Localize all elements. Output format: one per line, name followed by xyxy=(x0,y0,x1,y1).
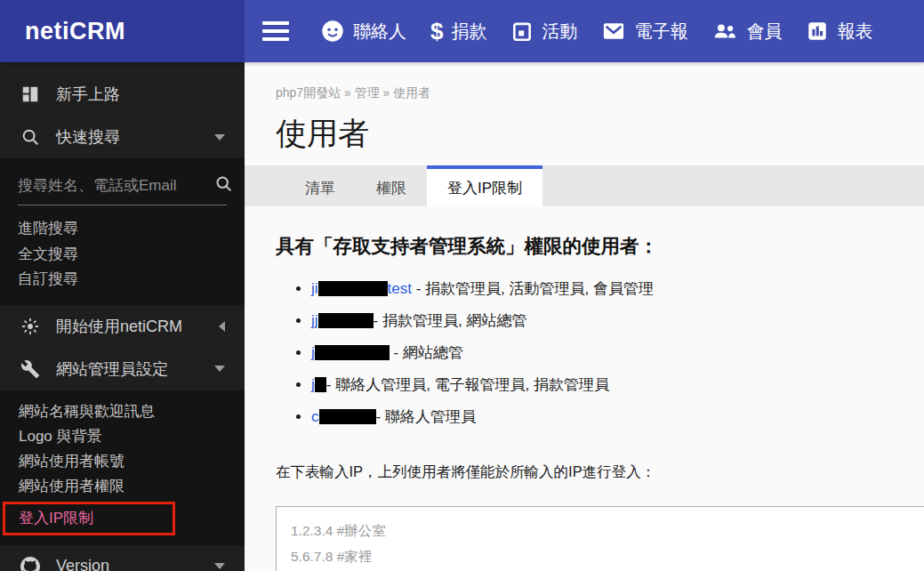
section-heading: 具有「存取支持者管理系統」權限的使用者： xyxy=(276,233,893,259)
nav-item-members[interactable]: 會員 xyxy=(711,19,782,44)
sidebar-item-label: 新手上路 xyxy=(56,84,120,105)
list-item: jitest - 捐款管理員, 活動管理員, 會員管理 xyxy=(311,278,893,299)
sidebar-item-version[interactable]: Version xyxy=(0,545,245,571)
sidebar-item-quick-search[interactable]: 快速搜尋 xyxy=(0,116,245,158)
tab-permissions[interactable]: 權限 xyxy=(356,165,427,206)
ip-restriction-textarea[interactable]: 1.2.3.4 #辦公室 5.6.7.8 #家裡 xyxy=(276,506,924,571)
nav-label: 電子報 xyxy=(634,20,687,44)
ip-line: 5.6.7.8 #家裡 xyxy=(291,544,924,570)
redacted-text xyxy=(318,281,388,296)
admin-settings-panel: 網站名稱與歡迎訊息 Logo 與背景 網站使用者帳號 網站使用者權限 登入IP限… xyxy=(0,390,245,545)
bar-chart-icon xyxy=(806,20,829,43)
nav-label: 活動 xyxy=(542,20,577,44)
quick-search-panel: 進階搜尋 全文搜尋 自訂搜尋 xyxy=(0,158,245,305)
list-item: j - 網站總管 xyxy=(311,342,893,363)
sidebar: 新手上路 快速搜尋 進階搜尋 全文搜尋 自訂搜尋 xyxy=(0,62,245,571)
wrench-icon xyxy=(20,359,41,379)
sidebar-search-row xyxy=(18,174,227,205)
tab-login-ip-restriction[interactable]: 登入IP限制 xyxy=(427,165,542,206)
main-content: php7開發站 » 管理 » 使用者 使用者 清單 權限 登入IP限制 具有「存… xyxy=(245,62,924,571)
nav-label: 聯絡人 xyxy=(353,20,406,44)
user-roles: - 聯絡人管理員 xyxy=(376,408,476,425)
user-roles: - 捐款管理員, 網站總管 xyxy=(374,312,527,329)
grid-icon xyxy=(20,84,41,104)
top-navbar: netiCRM 聯絡人 $ 捐款 xyxy=(0,0,924,62)
hamburger-menu-icon[interactable] xyxy=(262,21,289,41)
sidebar-item-label: 網站管理員設定 xyxy=(56,358,168,380)
highlight-annotation-box: 登入IP限制 xyxy=(3,502,175,535)
sidebar-item-label: 開始使用netiCRM xyxy=(56,316,182,337)
sidebar-item-getting-started[interactable]: 新手上路 xyxy=(0,73,245,116)
nav-item-reports[interactable]: 報表 xyxy=(806,20,872,44)
redacted-text xyxy=(315,345,390,360)
nav-label: 會員 xyxy=(746,20,782,44)
sidebar-item-admin-settings[interactable]: 網站管理員設定 xyxy=(0,348,245,390)
ip-line: 1.2.3.4 #辦公室 xyxy=(291,519,924,544)
face-icon xyxy=(320,19,345,44)
user-roles: - 捐款管理員, 活動管理員, 會員管理 xyxy=(412,280,654,297)
sidebar-link-custom-search[interactable]: 自訂搜尋 xyxy=(18,267,227,293)
calendar-icon xyxy=(510,20,534,43)
sidebar-item-label: Version xyxy=(56,557,109,571)
sidebar-item-start-neticrm[interactable]: 開始使用netiCRM xyxy=(0,305,245,348)
list-item: jj- 捐款管理員, 網站總管 xyxy=(311,310,893,331)
nav-item-contacts[interactable]: 聯絡人 xyxy=(320,19,406,44)
nav-item-events[interactable]: 活動 xyxy=(510,20,577,44)
user-link[interactable]: j xyxy=(311,376,326,393)
nav-label: 捐款 xyxy=(451,20,486,44)
user-link[interactable]: j xyxy=(311,344,390,361)
ip-instruction-text: 在下表輸入IP，上列使用者將僅能於所輸入的IP進行登入： xyxy=(276,462,893,482)
redacted-text xyxy=(319,409,376,424)
sidebar-search-input[interactable] xyxy=(18,177,214,195)
chevron-down-icon xyxy=(214,563,225,569)
chevron-down-icon xyxy=(214,366,225,372)
tab-panel-content: 具有「存取支持者管理系統」權限的使用者： jitest - 捐款管理員, 活動管… xyxy=(245,206,924,571)
chevron-down-icon xyxy=(214,134,225,141)
main-nav: 聯絡人 $ 捐款 活動 電子報 xyxy=(245,0,924,62)
sidebar-link-user-permissions[interactable]: 網站使用者權限 xyxy=(0,474,245,499)
user-link[interactable]: jitest xyxy=(311,280,412,297)
search-submit-icon[interactable] xyxy=(214,174,233,197)
nav-label: 報表 xyxy=(837,20,872,44)
privileged-users-list: jitest - 捐款管理員, 活動管理員, 會員管理 jj- 捐款管理員, 網… xyxy=(288,278,893,427)
breadcrumb-site[interactable]: php7開發站 » 管理 » 使用者 xyxy=(276,85,430,100)
sidebar-link-user-accounts[interactable]: 網站使用者帳號 xyxy=(0,449,245,474)
sidebar-link-advanced-search[interactable]: 進階搜尋 xyxy=(18,216,227,242)
user-link[interactable]: c xyxy=(311,408,376,425)
page-title: 使用者 xyxy=(276,112,924,154)
redacted-text xyxy=(315,377,326,392)
sidebar-link-site-name[interactable]: 網站名稱與歡迎訊息 xyxy=(0,399,245,424)
list-item: c- 聯絡人管理員 xyxy=(311,406,893,427)
chevron-left-icon xyxy=(219,321,225,332)
search-icon xyxy=(20,127,41,147)
user-link[interactable]: jj xyxy=(311,312,374,329)
envelope-icon xyxy=(601,19,626,44)
nav-item-newsletter[interactable]: 電子報 xyxy=(601,19,687,44)
sidebar-link-logo-background[interactable]: Logo 與背景 xyxy=(0,424,245,449)
user-roles: - 聯絡人管理員, 電子報管理員, 捐款管理員 xyxy=(326,376,609,393)
redacted-text xyxy=(318,313,374,328)
brand-logo[interactable]: netiCRM xyxy=(0,0,245,62)
tab-list[interactable]: 清單 xyxy=(285,165,356,206)
tab-bar: 清單 權限 登入IP限制 xyxy=(245,165,924,206)
dollar-icon: $ xyxy=(430,20,443,43)
sun-icon xyxy=(20,317,41,336)
sidebar-link-fulltext-search[interactable]: 全文搜尋 xyxy=(18,242,227,268)
sidebar-item-label: 快速搜尋 xyxy=(56,126,120,148)
github-octocat-icon xyxy=(20,557,41,571)
breadcrumb: php7開發站 » 管理 » 使用者 xyxy=(276,85,924,101)
user-roles: - 網站總管 xyxy=(390,344,463,361)
sidebar-link-login-ip-restriction[interactable]: 登入IP限制 xyxy=(5,506,173,531)
list-item: j- 聯絡人管理員, 電子報管理員, 捐款管理員 xyxy=(311,374,893,395)
people-icon xyxy=(711,19,738,44)
nav-item-donations[interactable]: $ 捐款 xyxy=(430,20,486,44)
